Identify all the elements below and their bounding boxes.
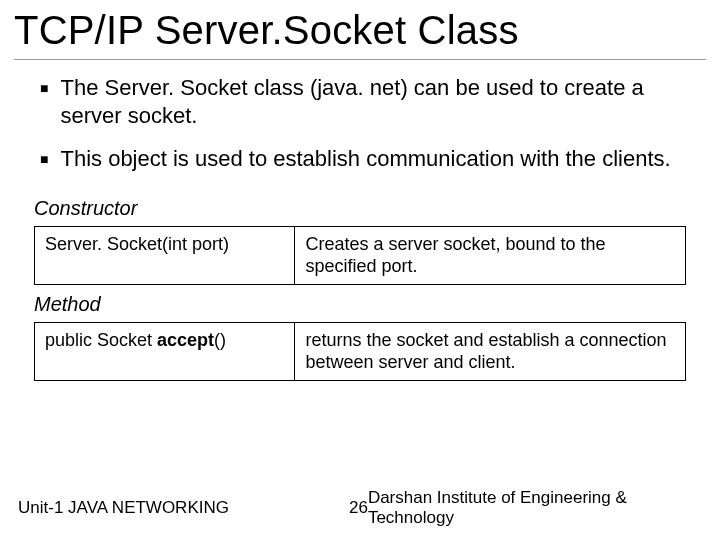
footer-page: 26 — [229, 498, 368, 518]
table-cell: returns the socket and establish a conne… — [295, 322, 686, 380]
section-heading-method: Method — [0, 285, 720, 322]
slide-title: TCP/IP Server.Socket Class — [0, 0, 720, 59]
list-item: ■ This object is used to establish commu… — [40, 145, 680, 173]
table-cell: public Socket accept() — [35, 322, 295, 380]
square-bullet-icon: ■ — [40, 151, 48, 169]
footer-institute: Darshan Institute of Engineering & Techn… — [368, 488, 720, 528]
table-cell: Creates a server socket, bound to the sp… — [295, 226, 686, 284]
slide: TCP/IP Server.Socket Class ■ The Server.… — [0, 0, 720, 540]
constructor-table: Server. Socket(int port) Creates a serve… — [0, 226, 720, 285]
footer: Unit-1 JAVA NETWORKING 26 Darshan Instit… — [0, 488, 720, 528]
list-item-text: The Server. Socket class (java. net) can… — [60, 74, 680, 129]
square-bullet-icon: ■ — [40, 80, 48, 98]
table-row: public Socket accept() returns the socke… — [35, 322, 686, 380]
method-table: public Socket accept() returns the socke… — [0, 322, 720, 381]
bullet-list: ■ The Server. Socket class (java. net) c… — [0, 60, 720, 173]
section-heading-constructor: Constructor — [0, 189, 720, 226]
list-item: ■ The Server. Socket class (java. net) c… — [40, 74, 680, 129]
footer-unit: Unit-1 JAVA NETWORKING — [0, 498, 229, 518]
table-row: Server. Socket(int port) Creates a serve… — [35, 226, 686, 284]
table-cell: Server. Socket(int port) — [35, 226, 295, 284]
list-item-text: This object is used to establish communi… — [60, 145, 670, 173]
